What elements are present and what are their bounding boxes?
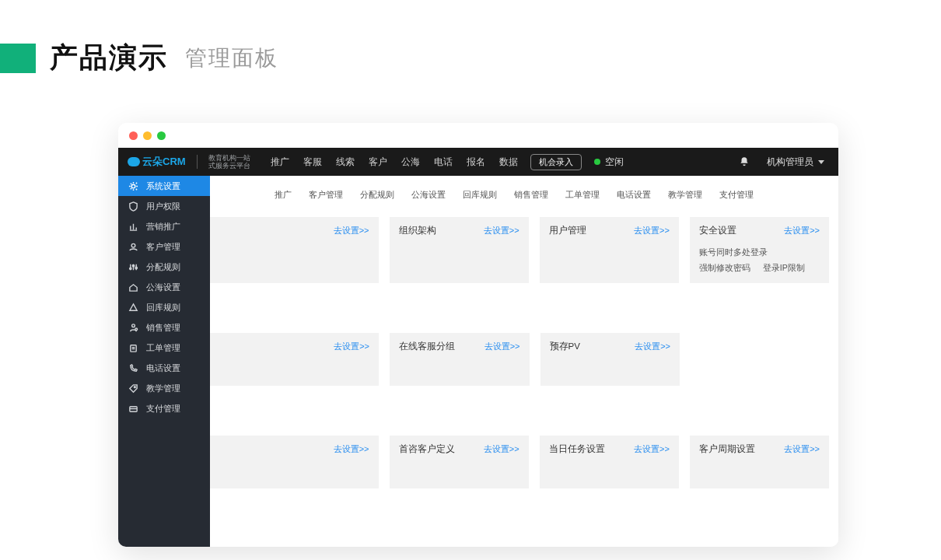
user-label: 机构管理员 (767, 156, 813, 169)
slide-heading: 产品演示 管理面板 (0, 39, 278, 77)
card-title: 首咨客户定义 (399, 443, 455, 455)
go-settings-link[interactable]: 去设置>> (635, 341, 670, 352)
tab[interactable]: 支付管理 (711, 185, 762, 205)
settings-card: 客户周期设置去设置>> (690, 436, 829, 488)
go-settings-link[interactable]: 去设置>> (484, 443, 519, 455)
tab[interactable]: 公海设置 (403, 185, 454, 205)
app-window: 云朵CRM 教育机构一站 式服务云平台 推广客服线索客户公海电话报名数据 机会录… (118, 123, 838, 547)
go-settings-link[interactable]: 去设置>> (334, 341, 369, 352)
card-title: 组织架构 (399, 225, 436, 236)
divider (197, 155, 198, 169)
card-icon (128, 403, 138, 414)
nav-item[interactable]: 客户 (369, 156, 387, 169)
bell-icon[interactable] (739, 156, 750, 167)
card-sub: 账号同时多处登录 (699, 247, 768, 258)
phone-icon (128, 362, 138, 373)
status-idle[interactable]: 空闲 (594, 156, 624, 169)
triangle-icon (128, 302, 138, 313)
zoom-icon[interactable] (157, 131, 166, 140)
svg-point-8 (134, 386, 135, 387)
nav-item[interactable]: 推广 (271, 156, 289, 169)
settings-card: 安全设置去设置>>账号同时多处登录强制修改密码登录IP限制 (690, 217, 829, 283)
go-settings-link[interactable]: 去设置>> (484, 341, 520, 352)
brand-logo: 云朵CRM (128, 155, 186, 169)
tab[interactable]: 教学管理 (659, 185, 711, 205)
user-menu[interactable]: 机构管理员 (767, 156, 824, 169)
card-sub: 强制修改密码 (699, 263, 750, 274)
go-settings-link[interactable]: 去设置>> (634, 225, 670, 236)
card-title: 客户周期设置 (699, 443, 755, 455)
go-settings-link[interactable]: 去设置>> (634, 443, 670, 455)
card-title: 用户管理 (549, 225, 586, 236)
clipboard-icon (128, 342, 138, 353)
status-label: 空闲 (605, 156, 624, 169)
slide-title: 产品演示 (50, 39, 168, 77)
home-icon (128, 282, 138, 292)
nav-item[interactable]: 线索 (336, 156, 355, 169)
person-icon (128, 322, 138, 333)
nav-item[interactable]: 电话 (434, 156, 453, 169)
svg-point-5 (131, 324, 135, 327)
settings-card: 去设置>> (210, 436, 379, 488)
svg-point-1 (131, 243, 135, 247)
tab[interactable]: 客户管理 (300, 185, 352, 205)
settings-card: 首咨客户定义去设置>> (390, 436, 529, 488)
top-bar: 云朵CRM 教育机构一站 式服务云平台 推广客服线索客户公海电话报名数据 机会录… (118, 148, 838, 176)
main-panel: 推广客户管理分配规则公海设置回库规则销售管理工单管理电话设置教学管理支付管理 去… (163, 176, 838, 547)
chevron-down-icon (818, 160, 824, 164)
tab[interactable]: 分配规则 (352, 185, 403, 205)
nav-item[interactable]: 客服 (303, 156, 322, 169)
card-sub: 登录IP限制 (763, 263, 805, 274)
tab[interactable]: 电话设置 (608, 185, 659, 205)
window-controls (118, 123, 838, 148)
status-dot-icon (594, 159, 600, 165)
nav-item[interactable]: 报名 (467, 156, 485, 169)
settings-card: 当日任务设置去设置>> (540, 436, 679, 488)
settings-card: 预存PV去设置>> (540, 333, 680, 386)
go-settings-link[interactable]: 去设置>> (484, 225, 519, 236)
tab[interactable]: 推广 (266, 185, 300, 205)
tab[interactable]: 销售管理 (505, 185, 557, 205)
shield-icon (128, 201, 138, 212)
go-settings-link[interactable]: 去设置>> (784, 443, 820, 455)
card-title: 预存PV (550, 341, 580, 352)
settings-card: 去设置>> (210, 333, 379, 386)
tab[interactable]: 工单管理 (557, 185, 608, 205)
user-icon (128, 241, 138, 252)
tag-icon (128, 383, 138, 394)
top-nav: 推广客服线索客户公海电话报名数据 (271, 156, 518, 169)
settings-icon (128, 180, 138, 191)
accent-block (0, 44, 36, 73)
go-settings-link[interactable]: 去设置>> (334, 225, 369, 236)
minimize-icon[interactable] (143, 131, 152, 140)
brand-tagline: 教育机构一站 式服务云平台 (208, 154, 250, 170)
settings-card: 组织架构去设置>> (390, 217, 529, 283)
nav-item[interactable]: 数据 (499, 156, 518, 169)
slide-subtitle: 管理面板 (185, 44, 278, 73)
svg-point-6 (135, 327, 137, 330)
card-title: 在线客服分组 (399, 341, 455, 352)
settings-card: 去设置>> (210, 217, 379, 283)
go-settings-link[interactable]: 去设置>> (334, 443, 369, 455)
brand-name: 云朵CRM (142, 155, 186, 169)
go-settings-link[interactable]: 去设置>> (784, 225, 820, 236)
card-title: 安全设置 (699, 225, 736, 236)
settings-card: 用户管理去设置>> (540, 217, 679, 283)
close-icon[interactable] (129, 131, 138, 140)
svg-point-0 (131, 184, 135, 188)
cloud-icon (128, 157, 140, 166)
brand: 云朵CRM 教育机构一站 式服务云平台 (118, 148, 260, 176)
nav-item[interactable]: 公海 (401, 156, 420, 169)
chart-icon (128, 221, 138, 232)
record-button[interactable]: 机会录入 (530, 154, 582, 170)
sliders-icon (128, 261, 138, 272)
card-title: 当日任务设置 (549, 443, 605, 455)
tab[interactable]: 回库规则 (454, 185, 505, 205)
settings-card: 在线客服分组去设置>> (390, 333, 530, 386)
sub-tabs: 推广客户管理分配规则公海设置回库规则销售管理工单管理电话设置教学管理支付管理 (266, 185, 829, 205)
